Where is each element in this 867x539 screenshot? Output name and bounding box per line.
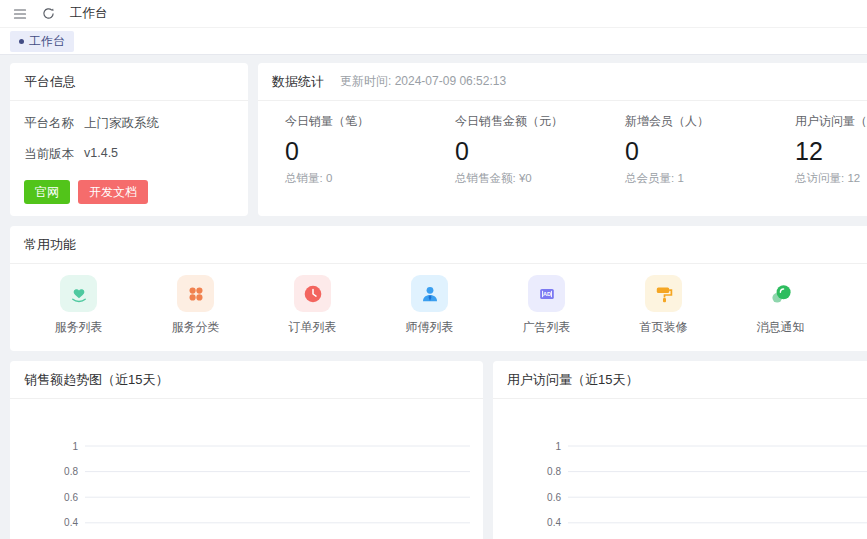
stat-subtext: 总会员量: 1 <box>625 171 782 186</box>
quick-card-body: 服务列表 服务分类 订单列表 <box>10 264 867 351</box>
stat-user-visits: 用户访问量（人） 12 总访问量: 12 <box>782 113 867 186</box>
svg-text:0.8: 0.8 <box>547 466 561 477</box>
sales-trend-header: 销售额趋势图（近15天） <box>10 361 483 399</box>
stat-value: 12 <box>795 137 867 166</box>
quick-item-message-notice[interactable]: 消息通知 <box>722 275 839 336</box>
user-visits-chart: 00.20.40.60.812024-06-252024-06-282024-0… <box>503 405 867 539</box>
quick-item-ad-list[interactable]: AD 广告列表 <box>488 275 605 336</box>
platform-card-body: 平台名称 上门家政系统 当前版本 v1.4.5 官网 开发文档 <box>10 101 248 216</box>
svg-text:0.6: 0.6 <box>547 492 561 503</box>
service-category-icon <box>177 275 214 312</box>
platform-card-title: 平台信息 <box>24 73 76 91</box>
platform-version-label: 当前版本 <box>24 146 74 163</box>
official-site-button[interactable]: 官网 <box>24 180 70 204</box>
stats-card-title: 数据统计 <box>272 73 324 91</box>
stats-card-body: 今日销量（笔） 0 总销量: 0 今日销售金额（元） 0 总销售金额: ¥0 新… <box>258 101 867 200</box>
quick-card-header: 常用功能 <box>10 226 867 264</box>
stat-label: 新增会员（人） <box>625 113 782 130</box>
data-statistics-card: 数据统计 更新时间: 2024-07-09 06:52:13 今日销量（笔） 0… <box>258 63 867 216</box>
stats-update-time: 更新时间: 2024-07-09 06:52:13 <box>340 73 506 90</box>
stat-subtext: 总访问量: 12 <box>795 171 867 186</box>
refresh-icon[interactable] <box>41 6 56 21</box>
common-functions-card: 常用功能 服务列表 服务分类 <box>10 226 867 351</box>
sales-trend-chart: 00.20.40.60.812024-06-252024-06-282024-0… <box>20 405 473 539</box>
service-list-icon <box>60 275 97 312</box>
platform-card-header: 平台信息 <box>10 63 248 101</box>
worker-list-icon <box>411 275 448 312</box>
svg-text:1: 1 <box>72 441 78 452</box>
tab-workbench[interactable]: 工作台 <box>10 31 74 52</box>
platform-name-label: 平台名称 <box>24 115 74 132</box>
quick-item-label: 师傅列表 <box>406 319 454 336</box>
dev-docs-button[interactable]: 开发文档 <box>78 180 148 204</box>
svg-text:0.4: 0.4 <box>547 517 561 528</box>
breadcrumb: 工作台 <box>70 5 108 22</box>
platform-info-card: 平台信息 平台名称 上门家政系统 当前版本 v1.4.5 官网 开发文档 <box>10 63 248 216</box>
quick-item-service-list[interactable]: 服务列表 <box>20 275 137 336</box>
top-row: 平台信息 平台名称 上门家政系统 当前版本 v1.4.5 官网 开发文档 <box>10 63 867 216</box>
stat-label: 今日销售金额（元） <box>455 113 612 130</box>
quick-item-label: 服务列表 <box>55 319 103 336</box>
tab-active-dot <box>19 39 24 44</box>
svg-text:1: 1 <box>555 441 561 452</box>
platform-version-value: v1.4.5 <box>84 146 118 163</box>
platform-buttons-row: 官网 开发文档 <box>24 180 234 204</box>
svg-text:0.4: 0.4 <box>64 517 78 528</box>
sales-trend-card: 销售额趋势图（近15天） 00.20.40.60.812024-06-25202… <box>10 361 483 539</box>
sales-trend-body: 00.20.40.60.812024-06-252024-06-282024-0… <box>10 399 483 539</box>
stat-subtext: 总销售金额: ¥0 <box>455 171 612 186</box>
quick-item-service-category[interactable]: 服务分类 <box>137 275 254 336</box>
stats-card-header: 数据统计 更新时间: 2024-07-09 06:52:13 <box>258 63 867 101</box>
quick-item-label: 服务分类 <box>172 319 220 336</box>
platform-version-row: 当前版本 v1.4.5 <box>24 146 234 163</box>
quick-card-title: 常用功能 <box>24 236 76 254</box>
stat-new-members: 新增会员（人） 0 总会员量: 1 <box>612 113 782 186</box>
svg-text:0.8: 0.8 <box>64 466 78 477</box>
home-decorate-icon <box>645 275 682 312</box>
stat-value: 0 <box>285 137 442 166</box>
tab-bar: 工作台 <box>0 28 867 55</box>
main-content: 平台信息 平台名称 上门家政系统 当前版本 v1.4.5 官网 开发文档 <box>0 55 867 539</box>
stat-value: 0 <box>455 137 612 166</box>
stat-label: 今日销量（笔） <box>285 113 442 130</box>
quick-item-label: 订单列表 <box>289 319 337 336</box>
quick-item-label: 消息通知 <box>757 319 805 336</box>
stat-value: 0 <box>625 137 782 166</box>
quick-item-home-decorate[interactable]: 首页装修 <box>605 275 722 336</box>
user-visits-card: 用户访问量（近15天） 00.20.40.60.812024-06-252024… <box>493 361 867 539</box>
quick-item-order-list[interactable]: 订单列表 <box>254 275 371 336</box>
stat-label: 用户访问量（人） <box>795 113 867 130</box>
charts-row: 销售额趋势图（近15天） 00.20.40.60.812024-06-25202… <box>10 361 867 539</box>
collapse-menu-icon[interactable] <box>12 6 27 21</box>
user-visits-title: 用户访问量（近15天） <box>507 371 638 389</box>
workbench-page: 工作台 工作台 平台信息 平台名称 上门家政系统 当前版本 <box>0 0 867 539</box>
user-visits-body: 00.20.40.60.812024-06-252024-06-282024-0… <box>493 399 867 539</box>
order-list-icon <box>294 275 331 312</box>
tab-label: 工作台 <box>29 33 65 50</box>
quick-item-label: 首页装修 <box>640 319 688 336</box>
stat-today-amount: 今日销售金额（元） 0 总销售金额: ¥0 <box>442 113 612 186</box>
stat-today-sales: 今日销量（笔） 0 总销量: 0 <box>272 113 442 186</box>
platform-name-value: 上门家政系统 <box>84 115 159 132</box>
svg-text:AD: AD <box>542 291 550 297</box>
top-header-bar: 工作台 <box>0 0 867 28</box>
user-visits-header: 用户访问量（近15天） <box>493 361 867 399</box>
quick-item-worker-list[interactable]: 师傅列表 <box>371 275 488 336</box>
sales-trend-title: 销售额趋势图（近15天） <box>24 371 168 389</box>
message-notice-icon <box>762 275 799 312</box>
quick-item-label: 广告列表 <box>523 319 571 336</box>
platform-name-row: 平台名称 上门家政系统 <box>24 115 234 132</box>
stat-subtext: 总销量: 0 <box>285 171 442 186</box>
svg-text:0.6: 0.6 <box>64 492 78 503</box>
ad-list-icon: AD <box>528 275 565 312</box>
